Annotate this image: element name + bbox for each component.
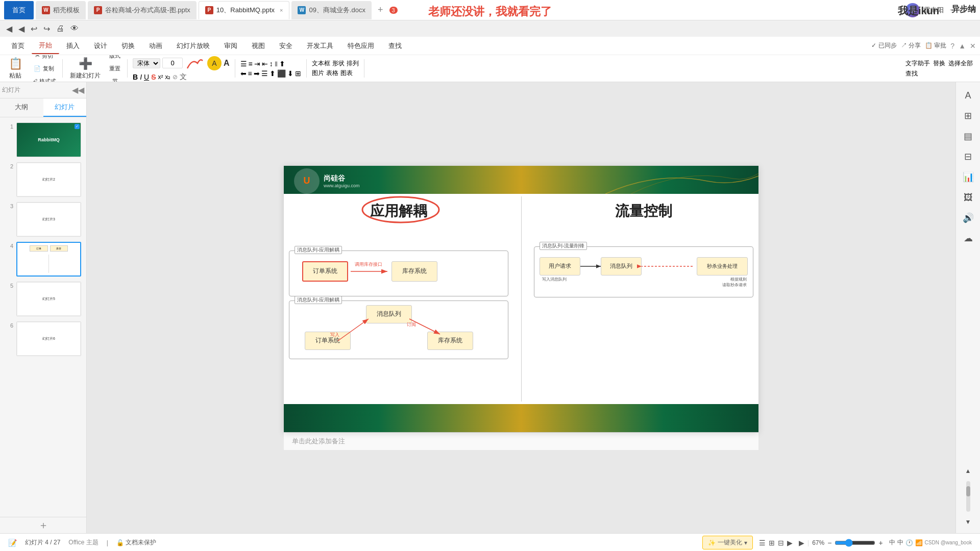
list-view-icon[interactable]: ☰ bbox=[759, 539, 766, 547]
textbox-label[interactable]: 文本框 bbox=[312, 59, 330, 68]
align-top-icon[interactable]: ⬆ bbox=[270, 69, 276, 78]
ribbon-tab-insert[interactable]: 插入 bbox=[59, 38, 87, 54]
font-family-select[interactable]: 宋体 bbox=[133, 58, 160, 68]
qa-print-btn[interactable]: 🖨 bbox=[54, 23, 66, 34]
play-icon[interactable]: ▶ bbox=[799, 539, 804, 547]
slide-item-4[interactable]: 4 订单 库存 bbox=[4, 241, 82, 278]
slide-item-3[interactable]: 3 幻灯片3 bbox=[4, 201, 82, 238]
qa-back-btn[interactable]: ◀ bbox=[4, 23, 14, 35]
tab-pptx-guligu[interactable]: P 谷粒商城-分布式高级-图.pptx bbox=[88, 1, 197, 19]
copy-button[interactable]: 📄 复制 bbox=[29, 62, 59, 74]
zoom-out-icon[interactable]: − bbox=[827, 539, 831, 547]
select-all-label[interactable]: 选择全部 bbox=[948, 59, 973, 68]
qa-redo-btn[interactable]: ↪ bbox=[41, 23, 52, 35]
ribbon-tab-find[interactable]: 查找 bbox=[381, 38, 409, 54]
ribbon-tab-dev[interactable]: 开发工具 bbox=[300, 38, 340, 54]
cut-button[interactable]: ✂ 剪切 bbox=[29, 55, 59, 62]
qa-undo-btn[interactable]: ↩ bbox=[29, 23, 39, 35]
one-key-dropdown[interactable]: ▾ bbox=[744, 539, 747, 546]
zoom-in-icon[interactable]: + bbox=[878, 539, 883, 547]
chart-label[interactable]: 图表 bbox=[340, 69, 353, 78]
ribbon-tab-view[interactable]: 视图 bbox=[244, 38, 272, 54]
rp-image-icon[interactable]: 🖼 bbox=[959, 188, 977, 207]
replace-label[interactable]: 替换 bbox=[933, 59, 945, 68]
qa-preview-btn[interactable]: 👁 bbox=[68, 23, 81, 34]
grid-view-icon[interactable]: ⊞ bbox=[769, 539, 775, 547]
bullet-list-icon[interactable]: ☰ bbox=[240, 60, 247, 68]
indent-icon[interactable]: ⇥ bbox=[254, 60, 260, 68]
ribbon-tab-security[interactable]: 安全 bbox=[272, 38, 300, 54]
section-button[interactable]: 节 bbox=[106, 75, 124, 82]
align-middle-icon[interactable]: ⬛ bbox=[277, 69, 286, 78]
panel-tab-slides[interactable]: 幻灯片 bbox=[43, 98, 87, 117]
slide-item-1[interactable]: 1 RabbitMQ ✓ bbox=[4, 121, 82, 158]
slide-item-2[interactable]: 2 幻灯片2 bbox=[4, 161, 82, 198]
help-icon[interactable]: ? bbox=[950, 42, 954, 50]
tab-home[interactable]: 首页 bbox=[4, 1, 34, 19]
window-minimize-icon[interactable]: － bbox=[948, 5, 956, 15]
ribbon-tab-review[interactable]: 审阅 bbox=[217, 38, 244, 54]
present-icon[interactable]: ▶ bbox=[787, 539, 793, 547]
add-notes-area[interactable]: 单击此处添加备注 bbox=[284, 432, 758, 450]
rp-cloud-icon[interactable]: ☁ bbox=[959, 229, 977, 247]
rp-text-icon[interactable]: A bbox=[959, 86, 977, 105]
reset-button[interactable]: 重置 bbox=[106, 62, 124, 74]
tab-docx[interactable]: W 09、商城业务.docx bbox=[291, 1, 372, 19]
outdent-icon[interactable]: ⇤ bbox=[262, 60, 268, 68]
rp-chart-icon[interactable]: 📊 bbox=[959, 168, 977, 186]
one-key-beautify-btn[interactable]: ✨ 一键美化 ▾ bbox=[702, 536, 753, 549]
underline-button[interactable]: U bbox=[144, 73, 149, 81]
close-tab-icon[interactable]: × bbox=[280, 7, 283, 13]
panel-tab-outline[interactable]: 大纲 bbox=[0, 98, 43, 117]
scrollbar-thumb[interactable] bbox=[966, 486, 970, 496]
image-label[interactable]: 图片 bbox=[312, 69, 324, 78]
format-button[interactable]: 🖌 格式式 bbox=[29, 75, 59, 82]
yellow-circle-btn[interactable]: A bbox=[207, 56, 222, 70]
window-close-icon[interactable]: ✕ bbox=[969, 5, 976, 15]
tab-rabbit-pptx[interactable]: P 10、RabbitMQ.pptx × bbox=[199, 1, 290, 19]
arrange-label[interactable]: 排列 bbox=[347, 59, 359, 68]
justify-icon[interactable]: ☰ bbox=[261, 69, 268, 78]
bold-button[interactable]: B bbox=[133, 73, 138, 81]
rp-table-icon[interactable]: ⊞ bbox=[959, 107, 977, 125]
scroll-up-btn[interactable]: ▲ bbox=[959, 462, 977, 480]
add-tab-button[interactable]: + bbox=[374, 5, 387, 15]
tab-wps-template[interactable]: W 稻壳模板 bbox=[36, 1, 86, 19]
ribbon-tab-home[interactable]: 首页 bbox=[4, 38, 32, 54]
italic-button[interactable]: I bbox=[140, 73, 142, 81]
new-slide-button[interactable]: ➕ 新建幻灯片 bbox=[66, 55, 105, 82]
layout-button[interactable]: 版式 bbox=[106, 55, 124, 62]
align-bottom-icon[interactable]: ⬇ bbox=[287, 69, 293, 78]
rp-minus-icon[interactable]: ⊟ bbox=[959, 147, 977, 166]
slide-canvas[interactable]: U 尚硅谷 www.atguigu.com bbox=[284, 166, 758, 432]
rp-audio-icon[interactable]: 🔊 bbox=[959, 209, 977, 227]
ribbon-tab-animation[interactable]: 动画 bbox=[142, 38, 169, 54]
share-btn[interactable]: ↗ 分享 bbox=[901, 41, 921, 50]
window-maximize-icon[interactable]: □ bbox=[960, 6, 965, 15]
slide-item-6[interactable]: 6 幻灯片6 bbox=[4, 320, 82, 357]
slide-item-5[interactable]: 5 幻灯片5 bbox=[4, 281, 82, 317]
ribbon-collapse-icon[interactable]: ▲ bbox=[959, 42, 966, 50]
line-spacing-icon[interactable]: ↕ bbox=[270, 60, 273, 68]
align-right-icon[interactable]: ➡ bbox=[254, 69, 260, 78]
shape-label[interactable]: 形状 bbox=[332, 59, 345, 68]
zoom-slider[interactable] bbox=[835, 539, 875, 547]
text-direction-icon[interactable]: ⬆ bbox=[279, 60, 285, 68]
ribbon-tab-switch[interactable]: 切换 bbox=[114, 38, 142, 54]
font-size-input[interactable]: 0 bbox=[162, 58, 183, 68]
qa-back2-btn[interactable]: ◀ bbox=[16, 23, 27, 35]
find-label[interactable]: 查找 bbox=[905, 69, 918, 78]
ribbon-tab-start[interactable]: 开始 bbox=[32, 38, 59, 54]
ribbon-tab-slideshow[interactable]: 幻灯片放映 bbox=[169, 38, 217, 54]
ribbon-tab-special[interactable]: 特色应用 bbox=[340, 38, 381, 54]
scroll-down-btn[interactable]: ▼ bbox=[959, 513, 977, 531]
columns-icon[interactable]: ⫴ bbox=[275, 60, 278, 68]
ribbon-tab-design[interactable]: 设计 bbox=[87, 38, 114, 54]
rp-list-icon[interactable]: ▤ bbox=[959, 127, 977, 145]
smart-art-icon[interactable]: ⊞ bbox=[295, 69, 301, 78]
paste-button[interactable]: 📋 粘贴 bbox=[3, 55, 28, 82]
numbered-list-icon[interactable]: ≡ bbox=[249, 60, 253, 68]
add-slide-button[interactable]: ＋ bbox=[0, 517, 86, 533]
table-label[interactable]: 表格 bbox=[326, 69, 338, 78]
ribbon-close-icon[interactable]: ✕ bbox=[970, 42, 976, 50]
